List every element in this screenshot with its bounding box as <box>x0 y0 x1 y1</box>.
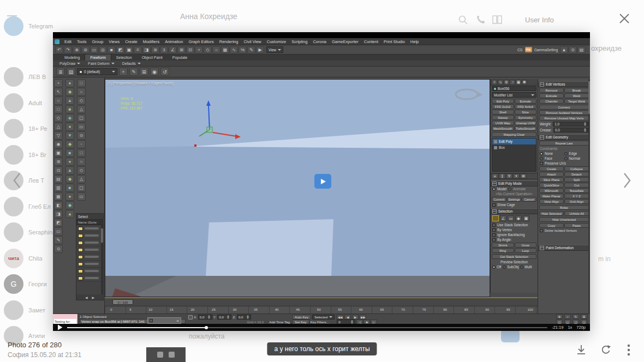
stack-tool-icon[interactable]: ▾ <box>513 173 520 179</box>
render-toolbar-icon[interactable]: ▲ <box>560 46 568 53</box>
chat-list-item[interactable]: Замет <box>0 297 59 323</box>
chat-list-item[interactable]: 18+ Ре <box>0 116 59 142</box>
side-tool-icon[interactable]: ▭ <box>54 227 63 236</box>
side-tool-icon[interactable]: ◉ <box>54 140 63 148</box>
freeform-tool-icon[interactable]: ✎ <box>129 68 138 76</box>
mode-button[interactable]: Commit <box>492 197 506 202</box>
chat-list-item[interactable]: ЛЕВ В <box>0 64 59 90</box>
modifier-set-button[interactable]: Extrude <box>515 99 537 104</box>
video-play-overlay-button[interactable] <box>314 174 331 189</box>
viewport-nav-icon[interactable]: ↻ <box>573 314 579 319</box>
chat-list-item[interactable]: чита Chita <box>0 245 59 272</box>
scene-scrollbar[interactable] <box>101 225 103 294</box>
side-tool-icon[interactable]: △ <box>77 105 86 113</box>
side-tool-icon[interactable]: ● <box>65 79 74 87</box>
preview-mode-radio[interactable]: Off <box>492 265 501 269</box>
rollout-edit-geometry[interactable]: Edit Geometry <box>538 134 590 140</box>
more-options-button[interactable] <box>627 344 630 356</box>
side-tool-icon[interactable]: ▲ <box>65 166 74 174</box>
edit-vertices-button[interactable]: Chamfer <box>539 99 564 104</box>
toolbar-icon[interactable]: ■ <box>108 46 116 53</box>
freeform-tool-icon[interactable]: ≣ <box>56 68 65 76</box>
playback-icon[interactable]: ▶▶ <box>360 315 366 319</box>
render-toolbar-icon[interactable]: ⊙ <box>569 46 577 53</box>
previous-photo-arrow[interactable] <box>12 172 22 189</box>
viewport-nav-icon[interactable]: ⊞ <box>581 314 587 319</box>
command-panel-tab-icon[interactable]: + <box>492 80 497 85</box>
modifier-set-button[interactable]: TurboSmooth <box>515 126 537 131</box>
side-tool-icon[interactable]: ○ <box>54 96 63 105</box>
stack-tool-icon[interactable]: ⊠ <box>520 173 527 179</box>
freeform-tool-icon[interactable]: ↺ <box>160 68 169 76</box>
menu-item[interactable]: Corona <box>310 38 329 45</box>
menu-item[interactable]: Edit <box>62 38 74 45</box>
object-name-field[interactable]: Box056 <box>492 86 536 91</box>
menu-item[interactable]: Civil View <box>241 38 264 45</box>
stack-item-box[interactable]: Box <box>492 144 536 150</box>
edit-vertices-button[interactable]: Target Weld <box>564 99 589 104</box>
paint-object-dropdown[interactable]: 0 (default) <box>77 68 117 75</box>
viewport-label[interactable]: [+] [Perspective] [Shaded + Edged Faces] <box>108 81 173 85</box>
add-time-tag[interactable]: Add Time Tag <box>269 320 290 324</box>
download-button[interactable] <box>575 344 587 356</box>
close-viewer-button[interactable] <box>618 12 631 25</box>
toolbar-icon[interactable]: ≋ <box>151 46 159 53</box>
rollout-edit-vertices[interactable]: Edit Vertices <box>538 81 590 87</box>
edit-vertices-button[interactable]: Break <box>564 88 589 93</box>
menu-item[interactable]: Tools <box>74 38 90 45</box>
toolbar-icon[interactable]: ∠ <box>169 46 177 53</box>
menu-item[interactable]: GameExporter <box>329 38 361 45</box>
freeform-tool-icon[interactable]: + <box>119 68 128 76</box>
edit-vertices-button[interactable]: Remove Isolated Vertices <box>539 110 589 115</box>
stack-tool-icon[interactable]: ∥ <box>499 173 505 179</box>
show-cage-checkbox[interactable] <box>492 203 496 207</box>
side-tool-icon[interactable]: ◆ <box>65 201 74 209</box>
side-tool-icon[interactable]: ● <box>65 158 74 166</box>
stack-tool-icon[interactable]: ∀ <box>506 173 512 179</box>
chat-list-item[interactable]: Лев Т <box>0 168 59 194</box>
rollout-edit-poly-mode[interactable]: Edit Poly Mode <box>491 180 538 186</box>
toolbar-icon[interactable]: % <box>238 46 247 53</box>
command-panel-tab-icon[interactable]: ∿ <box>498 80 503 85</box>
edit-vertices-button[interactable]: Connect <box>539 105 589 110</box>
side-tool-icon[interactable]: ▭ <box>77 123 86 131</box>
rollout-paint-deformation[interactable]: Paint Deformation <box>538 245 590 251</box>
menu-item[interactable]: Create <box>122 38 140 45</box>
menu-item[interactable]: Graph Editors <box>186 38 217 45</box>
subobject-mode-icon[interactable]: ∵ <box>492 215 499 221</box>
side-tool-icon[interactable]: ● <box>65 192 74 201</box>
side-tool-icon[interactable]: ◇ <box>77 166 86 174</box>
edit-vertices-button[interactable]: Remove <box>539 88 564 93</box>
chat-list-item[interactable]: Seraphin <box>0 220 59 246</box>
perspective-viewport[interactable]: [+] [Perspective] [Shaded + Edged Faces]… <box>105 79 490 297</box>
toolbar-icon[interactable]: ◇ <box>204 46 212 53</box>
side-tool-icon[interactable]: ○ <box>77 158 86 166</box>
rotate-button[interactable] <box>600 344 612 356</box>
rollout-selection[interactable]: Selection <box>491 208 538 214</box>
side-tool-icon[interactable]: ⊡ <box>54 166 63 174</box>
side-tool-icon[interactable]: ◧ <box>54 201 63 209</box>
toolbar-icon[interactable]: ◎ <box>99 46 107 53</box>
named-selection-button[interactable]: Paste <box>564 223 589 228</box>
edit-geometry-button[interactable]: Grid Align <box>564 199 589 204</box>
y-coordinate-field[interactable]: 0,0 <box>217 315 231 319</box>
side-tool-icon[interactable]: △ <box>77 175 86 183</box>
mode-button[interactable]: Cancel <box>522 197 536 202</box>
command-panel-tab-icon[interactable]: ✱ <box>522 80 527 85</box>
edit-vertices-button[interactable]: Weld <box>564 93 589 98</box>
side-tool-icon[interactable]: ◇ <box>77 96 86 105</box>
edit-geometry-button[interactable]: QuickSlice <box>539 183 564 188</box>
send-button[interactable] <box>501 329 520 342</box>
max-app-icon[interactable] <box>55 39 59 44</box>
modifier-set-button[interactable]: Slice <box>515 110 537 114</box>
modifier-set-button[interactable]: UVW Map <box>492 120 514 125</box>
selection-checkbox-row[interactable]: By Angle: <box>491 237 538 242</box>
modifier-set-button[interactable]: MeshSmooth <box>492 126 514 131</box>
animate-radio[interactable]: Animate <box>513 187 526 191</box>
menu-item[interactable]: Rendering <box>217 38 241 45</box>
edit-geometry-button[interactable]: Hide Selected <box>539 211 564 216</box>
edit-geometry-button[interactable]: Collapse <box>564 166 589 171</box>
side-tool-icon[interactable]: ▲ <box>65 210 74 218</box>
freeform-tool-icon[interactable]: ⊞ <box>140 68 148 76</box>
side-tool-icon[interactable]: ⊙ <box>77 131 86 140</box>
